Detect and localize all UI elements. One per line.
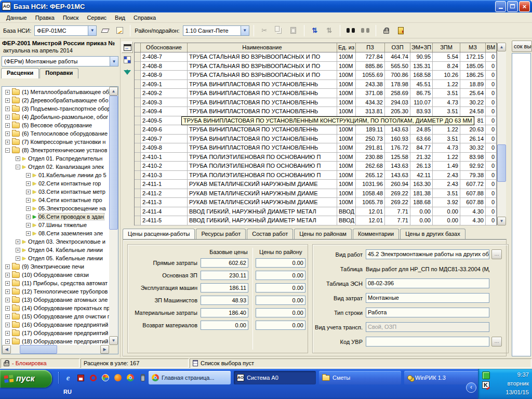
lock-button[interactable] xyxy=(380,24,393,37)
cell-code[interactable]: 2-410-3 xyxy=(141,171,188,180)
cell-code[interactable]: 2-408-8 xyxy=(141,62,188,71)
expand-icon[interactable]: + xyxy=(26,215,31,219)
cell-vm[interactable]: 0 xyxy=(486,62,497,71)
column-header[interactable]: ОЗП xyxy=(385,43,410,52)
cell-code[interactable]: 2-409-2 xyxy=(141,89,188,98)
cell-vm[interactable]: 0 xyxy=(486,198,497,207)
cell-zpm[interactable]: 3.51 xyxy=(433,89,460,98)
cell-pz[interactable]: 230.88 xyxy=(356,153,385,162)
cell-zpm[interactable]: 5.54 xyxy=(433,52,460,61)
expand-icon[interactable]: + xyxy=(26,206,31,211)
expand-icon[interactable]: + xyxy=(5,314,10,319)
tree-item[interactable]: +(15) Оборудование для очистки п xyxy=(2,312,109,321)
cell-em[interactable]: 26.13 xyxy=(410,162,433,170)
cell-vm[interactable]: 0 xyxy=(486,143,497,152)
cell-unit[interactable]: 100М xyxy=(337,80,356,89)
cell-code[interactable]: 2-409-4 xyxy=(141,107,188,116)
table-row[interactable]: 2-411-3РУКАВ МЕТАЛЛИЧЕСКИЙ НАРУЖНЫМ ДИАМ… xyxy=(135,198,497,207)
fit-columns-button[interactable] xyxy=(122,42,133,53)
cell-unit[interactable]: ВВОД xyxy=(337,207,356,216)
cell-pz[interactable]: 265.12 xyxy=(356,171,385,180)
detail-tab[interactable]: Цены расценки-работы xyxy=(123,229,195,239)
tree-item[interactable]: +(13) Оборудование атомных эле xyxy=(2,296,109,304)
cell-zpm[interactable]: 1.22 xyxy=(433,80,460,89)
cell-em[interactable]: 188.68 xyxy=(410,198,433,207)
tree-item[interactable]: +▶05.Электроосвещение на xyxy=(2,204,109,212)
cell-unit[interactable]: 100М xyxy=(337,162,356,170)
scroll-thumb[interactable] xyxy=(20,345,57,354)
cell-zpm[interactable]: 3.92 xyxy=(433,198,460,207)
menu-item[interactable]: Справка xyxy=(129,14,160,22)
taskbar-button[interactable]: Система А0 xyxy=(234,371,316,384)
base-price-field[interactable]: 186.11 xyxy=(201,283,248,292)
cell-vm[interactable]: 0 xyxy=(486,216,497,225)
base-nsi-combo[interactable]: ФЕР-01МС ▼ xyxy=(34,25,97,36)
expand-icon[interactable]: + xyxy=(16,256,20,261)
table-row[interactable]: 2-409-4ТРУБА ВИНИПЛАСТОВАЯ ПО УСТАНОВЛЕН… xyxy=(135,107,497,116)
cell-ozp[interactable]: 269.22 xyxy=(385,189,410,198)
cell-code[interactable]: 2-408-9 xyxy=(141,71,188,79)
expand-icon[interactable]: + xyxy=(5,273,10,277)
tree-item[interactable]: +(16) Оборудование предприятий xyxy=(2,321,109,329)
cell-mz[interactable]: 26.14 xyxy=(460,135,486,143)
row-indicator[interactable] xyxy=(135,162,141,170)
cell-name[interactable]: ТРУБА ПОЛИЭТИЛЕНОВАЯ ПО ОСНОВАНИЮ П xyxy=(188,162,337,170)
cell-pz[interactable]: 12.01 xyxy=(356,207,385,216)
table-row[interactable]: 2-411-2РУКАВ МЕТАЛЛИЧЕСКИЙ НАРУЖНЫМ ДИАМ… xyxy=(135,189,497,198)
browse-button[interactable]: ... xyxy=(491,337,502,347)
base-price-field[interactable]: 602.62 xyxy=(201,258,248,268)
internet-explorer-icon[interactable]: e xyxy=(64,374,72,382)
expand-icon[interactable]: + xyxy=(5,264,10,269)
expand-icon[interactable]: + xyxy=(5,115,10,119)
taskbar-button[interactable]: Главная страница... xyxy=(149,371,231,384)
expand-icon[interactable]: + xyxy=(5,281,10,286)
cell-ozp[interactable]: 565.50 xyxy=(385,62,410,71)
cell-em[interactable]: 24.85 xyxy=(410,125,433,134)
cell-ozp[interactable]: 178.98 xyxy=(385,80,410,89)
start-button[interactable]: пуск xyxy=(0,370,52,388)
cell-pz[interactable]: 189.11 xyxy=(356,125,385,134)
cell-ozp[interactable]: 143.63 xyxy=(385,162,410,170)
row-indicator[interactable] xyxy=(135,171,141,180)
cell-vm[interactable]: 0 xyxy=(486,52,497,61)
menu-item[interactable]: Данные xyxy=(2,14,31,22)
table-row[interactable]: 2-408-9ТРУБА СТАЛЬНАЯ ВО ВЗРЫВООПАСНЫХ И… xyxy=(135,71,497,80)
cell-vm[interactable]: 0 xyxy=(486,153,497,162)
tree-item[interactable]: +(11) Приборы, средства автомат xyxy=(2,279,109,287)
cell-mz[interactable]: 24.58 xyxy=(460,107,486,116)
expand-icon[interactable]: + xyxy=(5,323,10,327)
expand-icon[interactable]: + xyxy=(26,181,31,186)
cell-name[interactable]: ТРУБА ВИНИПЛАСТОВАЯ ПО УСТАНОВЛЕННЬ xyxy=(188,98,337,107)
district-price-field[interactable]: 0.00 xyxy=(256,321,305,330)
cell-name[interactable]: ВВОД ГИБКИЙ, НАРУЖНЫЙ ДИАМЕТР МЕТАЛ xyxy=(188,216,337,225)
cell-pz[interactable]: 12.01 xyxy=(356,216,385,225)
cell-pz[interactable]: 1031.96 xyxy=(356,180,385,189)
cell-pz[interactable]: 250.73 xyxy=(356,135,385,143)
tree-item[interactable]: +(2) Деревообрабатывающее обо xyxy=(2,96,109,104)
cell-code[interactable]: 2-409-7 xyxy=(141,135,188,143)
expand-icon[interactable]: + xyxy=(5,131,10,136)
tree-item[interactable]: +▶04.Сети контактные про xyxy=(2,196,109,204)
expand-icon[interactable]: + xyxy=(26,173,31,178)
row-indicator[interactable] xyxy=(135,125,141,134)
cell-unit[interactable]: 100М xyxy=(337,62,356,71)
expand-icon[interactable]: + xyxy=(5,289,10,294)
cell-em[interactable]: 181.38 xyxy=(410,189,433,198)
cell-mz[interactable]: 30.32 xyxy=(460,143,486,152)
tree-item[interactable]: +▶Отдел 01. Распределительн xyxy=(2,154,109,163)
menu-item[interactable]: Сервис xyxy=(83,14,111,22)
cell-em[interactable]: 63.66 xyxy=(410,135,433,143)
column-header[interactable] xyxy=(135,43,141,52)
clear-button[interactable] xyxy=(99,24,111,37)
row-indicator[interactable] xyxy=(135,135,141,143)
row-indicator[interactable] xyxy=(135,89,141,98)
cell-em[interactable]: 42.11 xyxy=(410,171,433,180)
cell-mz[interactable]: 186.25 xyxy=(460,71,486,79)
cell-code[interactable]: 2-409-3 xyxy=(141,98,188,107)
tree-item[interactable]: +(9) Электрические печи xyxy=(2,262,109,271)
attribute-field[interactable]: 08-02-396 xyxy=(366,278,489,288)
cell-mz[interactable]: 607.88 xyxy=(460,189,486,198)
expand-icon[interactable]: + xyxy=(5,90,10,95)
cell-code[interactable]: 2-411-5 xyxy=(141,216,188,225)
cell-vm[interactable]: 0 xyxy=(486,98,497,107)
